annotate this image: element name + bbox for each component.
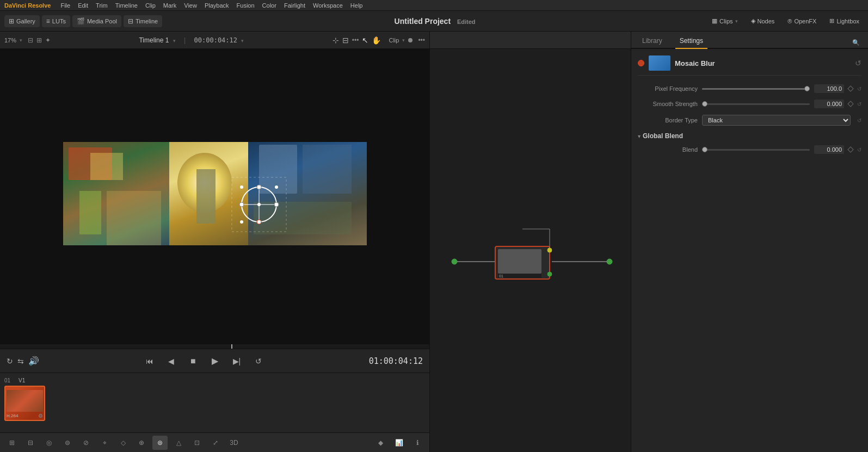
- timeline-chevron-icon[interactable]: ▾: [173, 38, 176, 44]
- right-content: Mosaic Blur ↺ Pixel Frequency 100.0 ↺ Sm…: [631, 49, 868, 452]
- pixel-frequency-thumb[interactable]: [804, 86, 810, 91]
- svg-rect-16: [498, 274, 541, 278]
- nodes-icon: ◈: [751, 17, 755, 24]
- menu-mark[interactable]: Mark: [163, 2, 176, 9]
- pixel-frequency-keyframe[interactable]: [847, 85, 853, 91]
- viewer-icon-2[interactable]: ⊞: [36, 36, 42, 44]
- smooth-strength-slider[interactable]: [702, 103, 810, 105]
- timeline-button[interactable]: ⊟ Timeline: [124, 15, 162, 27]
- aspect-icon[interactable]: ⊟: [342, 36, 349, 45]
- smooth-strength-keyframe[interactable]: [847, 101, 853, 107]
- gallery-button[interactable]: ⊞ Gallery: [4, 15, 40, 27]
- global-blend-chevron-icon[interactable]: ▾: [638, 133, 641, 139]
- luts-button[interactable]: ≡ LUTs: [42, 15, 70, 27]
- blend-slider[interactable]: [702, 149, 810, 151]
- clips-button[interactable]: ▦ Clips ▾: [707, 15, 742, 27]
- cursor-icon[interactable]: ↖: [362, 36, 368, 45]
- menu-trim[interactable]: Trim: [96, 2, 108, 9]
- video-preview: [0, 49, 429, 349]
- border-type-label: Border Type: [638, 117, 698, 123]
- menu-clip[interactable]: Clip: [145, 2, 156, 9]
- mode-btn-11[interactable]: ⤢: [208, 436, 223, 450]
- pixel-frequency-value[interactable]: 100.0: [814, 84, 844, 93]
- viewer-icon-3[interactable]: ✦: [45, 36, 51, 44]
- mode-btn-5[interactable]: ⊘: [78, 436, 94, 450]
- menu-timeline[interactable]: Timeline: [115, 2, 138, 9]
- media-pool-button[interactable]: 🎬 Media Pool: [72, 15, 121, 27]
- smooth-strength-thumb[interactable]: [702, 101, 707, 107]
- mode-btn-1[interactable]: ⊞: [4, 436, 20, 450]
- stop-button[interactable]: ■: [187, 355, 200, 368]
- scrubber-bar[interactable]: [0, 344, 429, 349]
- mode-btn-4[interactable]: ⊚: [60, 436, 75, 450]
- menu-fusion[interactable]: Fusion: [237, 2, 255, 9]
- menu-help[interactable]: Help: [350, 2, 363, 9]
- nodes-button[interactable]: ◈ Nodes: [747, 15, 779, 27]
- blend-thumb[interactable]: [702, 147, 707, 152]
- mode-btn-6[interactable]: ⌖: [97, 436, 112, 450]
- step-back-button[interactable]: ◀: [165, 355, 178, 368]
- viewer-more-icon[interactable]: •••: [418, 36, 425, 44]
- border-type-reset-icon[interactable]: ↺: [857, 117, 861, 123]
- loop-button[interactable]: ↺: [252, 355, 265, 368]
- mirror-icon[interactable]: ⇆: [17, 357, 24, 366]
- menu-playback[interactable]: Playback: [205, 2, 229, 9]
- zoom-level[interactable]: 17%: [4, 37, 16, 44]
- timecode-chevron-icon[interactable]: ▾: [241, 38, 244, 44]
- smooth-strength-value[interactable]: 0.000: [814, 100, 844, 108]
- mode-btn-9[interactable]: △: [171, 436, 186, 450]
- more-options-icon[interactable]: •••: [352, 36, 359, 44]
- clip-thumbnail[interactable]: H.264 ⚙: [4, 386, 45, 421]
- mode-right-3[interactable]: ℹ: [410, 436, 425, 450]
- menu-workspace[interactable]: Workspace: [313, 2, 343, 9]
- mode-btn-3[interactable]: ◎: [41, 436, 57, 450]
- mode-btn-10[interactable]: ⊡: [189, 436, 205, 450]
- clips-icon: ▦: [712, 17, 717, 24]
- blend-value[interactable]: 0.000: [814, 145, 844, 154]
- search-button[interactable]: 🔍: [851, 37, 861, 48]
- pixel-frequency-slider[interactable]: [702, 88, 810, 90]
- menu-view[interactable]: View: [184, 2, 197, 9]
- viewer-icon-1[interactable]: ⊟: [28, 36, 33, 44]
- clip-chevron-icon[interactable]: ▾: [402, 38, 405, 43]
- timeline-section: 01 V1 H.264 ⚙: [0, 373, 429, 432]
- video-content: [0, 49, 429, 349]
- menu-edit[interactable]: Edit: [78, 2, 88, 9]
- blend-keyframe[interactable]: [847, 146, 853, 152]
- playback-timecode: 01:00:04:12: [369, 356, 423, 366]
- blend-reset-icon[interactable]: ↺: [857, 147, 861, 153]
- svg-text:01: 01: [499, 274, 503, 278]
- menu-color[interactable]: Color: [262, 2, 276, 9]
- track-number: 01: [4, 377, 15, 383]
- effect-reset-icon[interactable]: ↺: [855, 59, 861, 67]
- mode-btn-8[interactable]: ⊕: [134, 436, 149, 450]
- mode-btn-tracker[interactable]: ⊛: [152, 436, 168, 450]
- mode-btn-2[interactable]: ⊟: [23, 436, 38, 450]
- mode-right-1[interactable]: ◆: [373, 436, 388, 450]
- app-name[interactable]: DaVinci Resolve: [4, 2, 51, 9]
- timeline-name[interactable]: Timeline 1: [139, 36, 169, 44]
- lightbox-button[interactable]: ⊞ Lightbox: [825, 15, 864, 27]
- tab-settings[interactable]: Settings: [675, 34, 707, 49]
- mode-right-2[interactable]: 📊: [391, 436, 407, 450]
- mode-btn-3d[interactable]: 3D: [226, 436, 242, 450]
- clip-label-viewer[interactable]: Clip: [389, 37, 399, 44]
- clip-settings-icon[interactable]: ⚙: [38, 413, 43, 419]
- menu-file[interactable]: File: [60, 2, 70, 9]
- transform-icon[interactable]: ⊹: [333, 36, 339, 45]
- hand-icon[interactable]: ✋: [372, 36, 381, 45]
- sync-icon[interactable]: ↻: [7, 357, 13, 366]
- play-button[interactable]: ▶: [208, 355, 221, 368]
- step-forward-button[interactable]: ▶|: [230, 355, 243, 368]
- mode-btn-7[interactable]: ◇: [115, 436, 131, 450]
- openfx-button[interactable]: ® OpenFX: [783, 16, 821, 27]
- audio-icon[interactable]: 🔊: [28, 356, 39, 366]
- border-type-select[interactable]: Black Replicate Reflect Wrap: [702, 115, 851, 126]
- menu-fairlight[interactable]: Fairlight: [284, 2, 305, 9]
- smooth-strength-reset-icon[interactable]: ↺: [857, 101, 861, 107]
- tab-library[interactable]: Library: [638, 34, 667, 49]
- effect-active-dot[interactable]: [638, 60, 644, 66]
- pixel-frequency-reset-icon[interactable]: ↺: [857, 86, 861, 92]
- go-to-start-button[interactable]: ⏮: [143, 355, 156, 368]
- zoom-chevron-icon[interactable]: ▾: [20, 38, 22, 43]
